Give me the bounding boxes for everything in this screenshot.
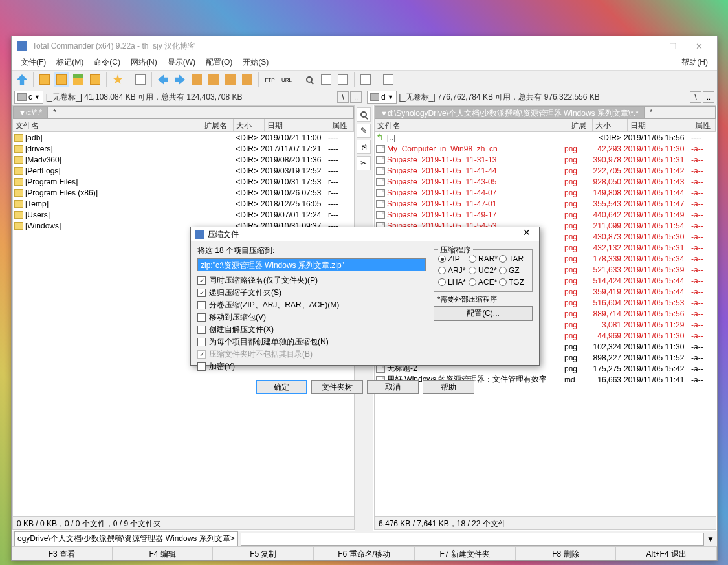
back-button[interactable] xyxy=(155,72,171,87)
menu-show[interactable]: 显示(W) xyxy=(162,56,201,70)
connect-button[interactable] xyxy=(223,72,238,87)
menu-mark[interactable]: 标记(M) xyxy=(51,56,89,70)
minimize-button[interactable]: — xyxy=(634,37,660,55)
unpack-button[interactable] xyxy=(206,72,221,87)
chk-recurse[interactable]: 递归压缩子文件夹(S) xyxy=(197,287,426,298)
chk-sfx[interactable]: 创建自解压文件(X) xyxy=(197,324,426,335)
sync-button[interactable] xyxy=(335,72,351,87)
f6-button[interactable]: F6 重命名/移动 xyxy=(314,547,415,560)
file-row[interactable]: [Program Files]<DIR>2019/10/31 17:53r--- xyxy=(13,176,354,187)
col-name[interactable]: 文件名 xyxy=(13,119,201,131)
help-button[interactable]: 帮助 xyxy=(423,380,474,394)
altf4-button[interactable]: Alt+F4 退出 xyxy=(616,547,717,560)
view-tree-button[interactable] xyxy=(87,72,103,87)
rename-button[interactable] xyxy=(318,72,334,87)
chk-encrypt[interactable]: 加密(Y) xyxy=(197,361,426,372)
file-row[interactable]: My_Computer_in_Win98_zh_cnpng42,2932019/… xyxy=(375,143,716,154)
archive-path-input[interactable]: zip:"c:\资源管理器 Windows 系列文章.zip" xyxy=(197,258,426,271)
radio-zip[interactable]: ZIP xyxy=(438,254,467,263)
col-attr[interactable]: 属性 xyxy=(329,119,354,131)
file-row[interactable]: Snipaste_2019-11-05_11-43-05png928,05020… xyxy=(375,176,716,187)
col-size[interactable]: 大小 xyxy=(234,119,265,131)
file-row[interactable]: Snipaste_2019-11-05_11-41-44png222,70520… xyxy=(375,165,716,176)
col-size[interactable]: 大小 xyxy=(593,119,628,131)
menu-net[interactable]: 网络(N) xyxy=(126,56,162,70)
right-path-tab[interactable]: ▼d:\SynologyDrive\个人文档\少数派撰稿\资源管理器 Windo… xyxy=(375,106,645,119)
f3-button[interactable]: F3 查看 xyxy=(12,547,113,560)
view-button[interactable] xyxy=(357,107,371,122)
right-root-button[interactable]: \ xyxy=(690,91,701,103)
chk-separate[interactable]: 为每个项目都创建单独的压缩包(N) xyxy=(197,337,426,348)
cmd-input[interactable] xyxy=(241,533,704,546)
menu-help[interactable]: 帮助(H) xyxy=(676,56,713,70)
cancel-button[interactable]: 取消 xyxy=(367,380,419,394)
file-row[interactable]: [Users]<DIR>2019/07/01 12:24r--- xyxy=(13,209,354,220)
left-root-button[interactable]: \ xyxy=(337,91,349,103)
file-row[interactable]: Snipaste_2019-11-05_11-49-17png440,64220… xyxy=(375,209,716,220)
control-panel-button[interactable] xyxy=(381,72,396,87)
radio-arj[interactable]: ARJ* xyxy=(438,266,467,275)
pack-button[interactable] xyxy=(189,72,204,87)
disconnect-button[interactable] xyxy=(239,72,255,87)
ok-button[interactable]: 确定 xyxy=(256,380,307,394)
maximize-button[interactable]: ☐ xyxy=(660,37,686,55)
chk-move[interactable]: 移动到压缩包(V) xyxy=(197,312,426,323)
f4-button[interactable]: F4 编辑 xyxy=(113,547,214,560)
dialog-close-button[interactable]: ✕ xyxy=(518,227,535,241)
file-row[interactable]: Snipaste_2019-11-05_11-31-13png390,97820… xyxy=(375,154,716,165)
radio-gz[interactable]: GZ xyxy=(499,266,528,275)
right-drive-combo[interactable]: d▼ xyxy=(367,91,397,104)
radio-tar[interactable]: TAR xyxy=(499,254,528,263)
file-row[interactable]: [PerfLogs]<DIR>2019/03/19 12:52---- xyxy=(13,165,354,176)
close-button[interactable]: ✕ xyxy=(686,37,712,55)
search-button[interactable] xyxy=(302,72,317,87)
radio-ace[interactable]: ACE* xyxy=(469,278,498,287)
ftp-button[interactable]: FTP xyxy=(262,72,278,87)
col-ext[interactable]: 扩展名 xyxy=(568,119,593,131)
menu-config[interactable]: 配置(O) xyxy=(201,56,237,70)
radio-tgz[interactable]: TGZ xyxy=(499,278,528,287)
left-path-tab[interactable]: ▼c:\*.* xyxy=(13,106,48,119)
file-row[interactable]: [Temp]<DIR>2018/12/25 16:05---- xyxy=(13,198,354,209)
left-up-button[interactable]: .. xyxy=(350,91,362,103)
tree-button[interactable]: 文件夹树 xyxy=(311,380,363,394)
f5-button[interactable]: F5 复制 xyxy=(213,547,314,560)
file-row[interactable]: [Madv360]<DIR>2019/08/20 11:36---- xyxy=(13,154,354,165)
radio-uc2[interactable]: UC2* xyxy=(469,266,498,275)
refresh-button[interactable] xyxy=(14,72,30,87)
notepad-button[interactable] xyxy=(358,72,373,87)
radio-lha[interactable]: LHA* xyxy=(438,278,467,287)
file-row[interactable]: [..]<DIR>2019/11/05 15:56---- xyxy=(375,132,716,143)
file-row[interactable]: [Program Files (x86)]<DIR>2019/10/26 07:… xyxy=(13,187,354,198)
copy-button[interactable]: ⎘ xyxy=(357,140,371,154)
edit-button[interactable]: ✎ xyxy=(357,124,371,138)
f7-button[interactable]: F7 新建文件夹 xyxy=(415,547,516,560)
forward-button[interactable] xyxy=(172,72,188,87)
chk-multivolume[interactable]: 分卷压缩(ZIP、ARJ、RAR、ACE)(M) xyxy=(197,300,426,311)
file-row[interactable]: [drivers]<DIR>2017/11/07 17:21---- xyxy=(13,143,354,154)
col-ext[interactable]: 扩展名 xyxy=(201,119,234,131)
col-name[interactable]: 文件名 xyxy=(375,119,568,131)
view-full-button[interactable] xyxy=(54,72,69,87)
menu-cmd[interactable]: 命令(C) xyxy=(89,56,126,70)
col-date[interactable]: 日期 xyxy=(265,119,329,131)
move-button[interactable]: ✂ xyxy=(357,156,371,170)
right-up-button[interactable]: .. xyxy=(703,91,714,103)
col-attr[interactable]: 属性 xyxy=(692,119,716,131)
menu-file[interactable]: 文件(F) xyxy=(16,56,51,70)
radio-rar[interactable]: RAR* xyxy=(469,254,498,263)
col-date[interactable]: 日期 xyxy=(628,119,692,131)
f8-button[interactable]: F8 删除 xyxy=(516,547,617,560)
invert-button[interactable] xyxy=(133,72,148,87)
chk-pathnames[interactable]: 同时压缩路径名(仅子文件夹)(P) xyxy=(197,275,426,286)
file-row[interactable]: Snipaste_2019-11-05_11-44-07png149,80820… xyxy=(375,187,716,198)
favorites-button[interactable] xyxy=(110,72,126,87)
left-drive-combo[interactable]: c▼ xyxy=(14,91,43,104)
menu-start[interactable]: 开始(S) xyxy=(237,56,274,70)
file-row[interactable]: Snipaste_2019-11-05_11-47-01png355,54320… xyxy=(375,198,716,209)
file-row[interactable]: [adb]<DIR>2019/10/21 11:00---- xyxy=(13,132,354,143)
view-thumb-button[interactable] xyxy=(71,72,86,87)
configure-button[interactable]: 配置(C)... xyxy=(434,306,533,321)
url-button[interactable]: URL xyxy=(279,72,294,87)
view-brief-button[interactable] xyxy=(37,72,52,87)
